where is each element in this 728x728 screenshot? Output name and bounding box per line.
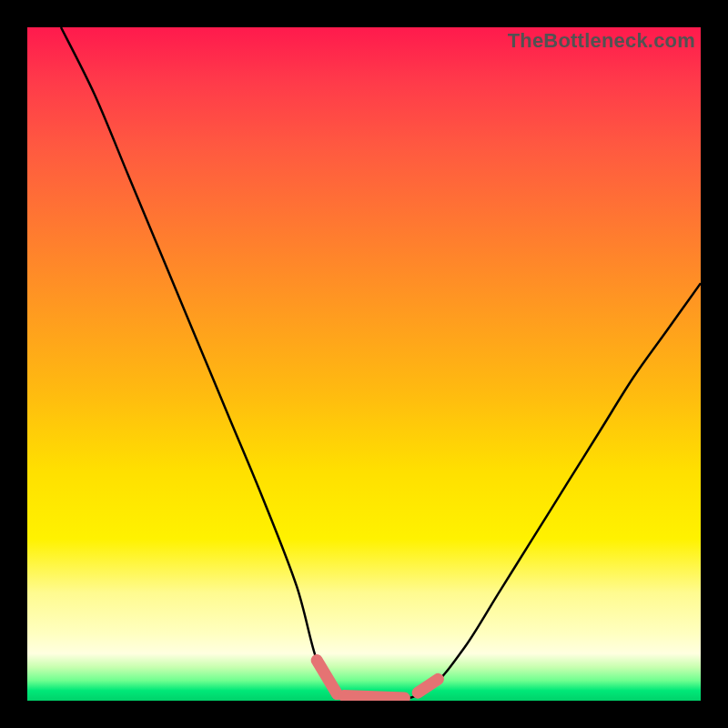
watermark-text: TheBottleneck.com (508, 29, 695, 53)
chart-curves-svg (27, 27, 701, 701)
optimal-range-dash (344, 695, 405, 698)
optimal-range-marker (317, 661, 438, 698)
optimal-range-dash (418, 679, 438, 693)
chart-frame: TheBottleneck.com (0, 0, 728, 728)
optimal-range-dash (317, 661, 337, 694)
bottleneck-curve (61, 27, 701, 701)
